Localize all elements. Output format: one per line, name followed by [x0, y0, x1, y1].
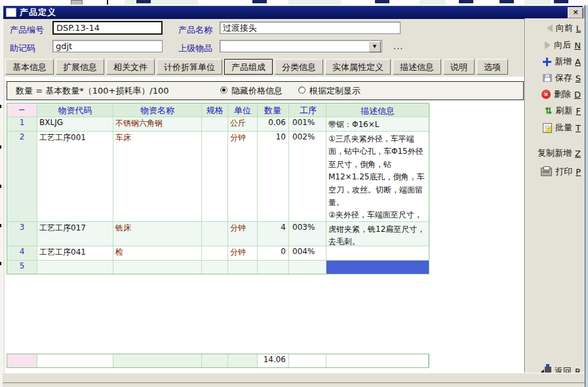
copy-add-hotkey: Z	[575, 149, 581, 158]
batch-icon	[543, 123, 552, 133]
spec-cell[interactable]	[202, 222, 228, 246]
print-button[interactable]: 打印 P	[528, 166, 581, 177]
row-number-cell[interactable]: 2	[7, 132, 37, 222]
spec-cell[interactable]	[202, 246, 228, 261]
product-name-input[interactable]	[220, 22, 401, 34]
process-cell[interactable]: 002%	[289, 132, 326, 222]
close-icon: ×	[572, 8, 578, 16]
table-row: 5	[7, 261, 429, 274]
quantity-formula: 数量 = 基本数量*（100+损耗率）/100	[16, 85, 169, 97]
material-name-cell[interactable]: 不锈钢六角钢	[113, 117, 202, 132]
tab-extended-info[interactable]: 扩展信息	[56, 59, 104, 75]
background-window-fragment	[0, 105, 1, 108]
custom-display-radio-label: 根据定制显示	[309, 85, 361, 97]
save-label: 保存	[555, 72, 572, 84]
product-code-label: 产品编号	[10, 24, 44, 36]
description-cell[interactable]: 虎钳夹紧，铣12扁至尺寸，去毛刺。	[326, 222, 429, 246]
tab-entity-attribute-definition[interactable]: 实体属性定义	[325, 59, 391, 75]
spec-cell[interactable]	[202, 117, 228, 132]
delete-button[interactable]: × 删除 D	[528, 88, 581, 100]
material-name-cell[interactable]: 车床	[113, 132, 202, 222]
delete-label: 删除	[554, 88, 571, 100]
print-label: 打印	[555, 166, 572, 177]
print-hotkey: P	[576, 167, 581, 177]
row-number-cell[interactable]: 4	[7, 246, 37, 261]
previous-button[interactable]: 向前 L	[528, 22, 581, 34]
copy-add-label: 复制新增	[538, 147, 572, 159]
tab-description-info[interactable]: 描述信息	[393, 59, 441, 75]
parent-item-combobox[interactable]: ▼	[220, 40, 382, 52]
tab-pricing-conversion-unit[interactable]: 计价折算单位	[157, 59, 222, 75]
close-button[interactable]: ×	[568, 7, 583, 19]
parent-item-label: 上级物品	[178, 43, 212, 54]
tab-bar: 基本信息 扩展信息 相关文件 计价折算单位 产品组成 分类信息 实体属性定义 描…	[5, 59, 508, 75]
description-cell[interactable]: ①三爪夹紧外径，车平端面，钻中心孔，车Φ15外径至尺寸，倒角，钻M12×1.25…	[326, 132, 429, 222]
material-code-cell[interactable]: 工艺工序001	[37, 132, 113, 222]
spec-cell[interactable]	[202, 261, 228, 274]
unit-cell[interactable]: 分钟	[228, 222, 258, 246]
selected-description-cell[interactable]	[326, 261, 429, 274]
unit-cell[interactable]	[228, 261, 258, 274]
material-code-cell[interactable]: BXLJG	[37, 117, 113, 132]
next-label: 向后	[554, 39, 571, 51]
material-name-cell[interactable]: 检	[113, 246, 202, 261]
quantity-cell[interactable]	[258, 261, 289, 274]
refresh-button[interactable]: ⇅ 刷新 F	[528, 105, 581, 117]
tab-product-composition[interactable]: 产品组成	[224, 59, 273, 75]
product-code-input[interactable]	[52, 21, 163, 35]
quantity-cell[interactable]: 0.06	[258, 117, 289, 132]
table-row: 2 工艺工序001 车床 分钟 10 002% ①三爪夹紧外径，车平端面，钻中心…	[7, 132, 429, 222]
next-button[interactable]: 向后 N	[528, 39, 581, 51]
parent-item-dropdown-button[interactable]: ▼	[368, 41, 381, 52]
table-row: 1 BXLJG 不锈钢六角钢 公斤 0.06 001% 带锯：Φ16×L	[7, 117, 429, 132]
quantity-cell[interactable]: 10	[258, 132, 289, 222]
tab-related-files[interactable]: 相关文件	[106, 59, 155, 75]
hide-price-radio[interactable]	[220, 86, 227, 94]
material-name-cell[interactable]	[113, 261, 202, 274]
add-button[interactable]: 新增 A	[528, 56, 581, 67]
tab-options[interactable]: 选项	[477, 59, 508, 75]
spec-cell[interactable]	[202, 132, 228, 222]
row-number-cell[interactable]: 5	[7, 261, 37, 274]
unit-cell[interactable]: 分钟	[228, 132, 258, 222]
process-cell[interactable]: 003%	[289, 222, 326, 246]
description-cell[interactable]: 带锯：Φ16×L	[326, 117, 429, 132]
material-name-cell[interactable]: 铣床	[113, 222, 202, 246]
tab-basic-info[interactable]: 基本信息	[5, 59, 54, 75]
save-button[interactable]: 保存 S	[528, 72, 581, 84]
unit-cell[interactable]: 公斤	[228, 117, 258, 132]
header-row-selector: −	[7, 103, 37, 117]
row-number-cell[interactable]: 3	[7, 222, 37, 246]
description-cell[interactable]	[326, 246, 429, 261]
summary-unit-cell	[228, 354, 258, 367]
custom-display-radio[interactable]	[298, 86, 305, 94]
process-cell[interactable]: 004%	[289, 246, 326, 261]
tab-classification-info[interactable]: 分类信息	[275, 59, 323, 75]
previous-hotkey: L	[576, 24, 581, 33]
add-hotkey: A	[575, 57, 581, 67]
table-row: 4 工艺工序041 检 分钟 0 004%	[7, 246, 429, 261]
parent-item-more-button[interactable]: ...	[393, 41, 403, 51]
summary-description-cell	[326, 354, 429, 367]
quantity-cell[interactable]: 4	[258, 222, 289, 246]
batch-button[interactable]: 批量 T	[528, 122, 581, 134]
material-code-cell[interactable]: 工艺工序041	[37, 246, 113, 261]
tab-notes[interactable]: 说明	[443, 59, 475, 75]
batch-hotkey: T	[576, 123, 581, 133]
refresh-icon: ⇅	[545, 106, 553, 115]
mnemonic-input[interactable]	[52, 40, 163, 52]
save-hotkey: S	[576, 73, 581, 83]
material-code-cell[interactable]: 工艺工序017	[37, 222, 113, 246]
background-window-fragment	[0, 262, 1, 265]
background-window-fragment	[136, 0, 151, 3]
process-cell[interactable]: 001%	[289, 117, 326, 132]
process-cell[interactable]	[289, 261, 326, 274]
background-window-fragment	[107, 0, 108, 5]
material-code-cell[interactable]	[37, 261, 113, 274]
unit-cell[interactable]: 分钟	[228, 246, 258, 261]
header-process: 工序	[289, 103, 326, 117]
copy-add-button[interactable]: 复制新增 Z	[524, 147, 581, 159]
quantity-cell[interactable]: 0	[258, 246, 289, 261]
row-number-cell[interactable]: 1	[7, 117, 37, 132]
background-window-fragment	[459, 0, 473, 3]
